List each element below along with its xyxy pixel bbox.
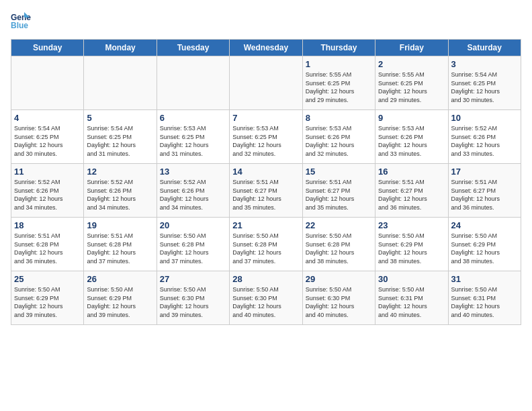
day-number: 1 <box>306 59 372 69</box>
day-number: 18 <box>14 220 81 230</box>
calendar-cell <box>84 56 157 110</box>
calendar-table: SundayMondayTuesdayWednesdayThursdayFrid… <box>11 39 521 325</box>
calendar-cell <box>157 56 229 110</box>
calendar-cell: 10Sunrise: 5:52 AM Sunset: 6:26 PM Dayli… <box>448 110 521 164</box>
calendar-cell: 7Sunrise: 5:53 AM Sunset: 6:25 PM Daylig… <box>230 110 302 164</box>
day-info: Sunrise: 5:55 AM Sunset: 6:25 PM Dayligh… <box>306 71 372 104</box>
calendar-cell <box>11 56 84 110</box>
weekday-header-wednesday: Wednesday <box>230 40 302 56</box>
day-info: Sunrise: 5:50 AM Sunset: 6:31 PM Dayligh… <box>451 285 518 319</box>
day-info: Sunrise: 5:55 AM Sunset: 6:25 PM Dayligh… <box>378 71 445 104</box>
svg-text:Blue: Blue <box>11 21 28 30</box>
day-info: Sunrise: 5:52 AM Sunset: 6:26 PM Dayligh… <box>14 178 81 212</box>
week-row-5: 25Sunrise: 5:50 AM Sunset: 6:29 PM Dayli… <box>11 271 521 325</box>
day-info: Sunrise: 5:50 AM Sunset: 6:30 PM Dayligh… <box>306 285 372 319</box>
day-number: 3 <box>451 59 518 69</box>
week-row-3: 11Sunrise: 5:52 AM Sunset: 6:26 PM Dayli… <box>11 164 521 218</box>
calendar-cell: 30Sunrise: 5:50 AM Sunset: 6:31 PM Dayli… <box>375 271 448 325</box>
day-number: 27 <box>160 274 226 284</box>
day-number: 30 <box>378 274 445 284</box>
calendar-cell: 8Sunrise: 5:53 AM Sunset: 6:26 PM Daylig… <box>302 110 375 164</box>
day-number: 28 <box>232 274 299 284</box>
logo-icon: General Blue <box>11 11 31 31</box>
week-row-1: 1Sunrise: 5:55 AM Sunset: 6:25 PM Daylig… <box>11 56 521 110</box>
calendar-cell: 24Sunrise: 5:50 AM Sunset: 6:29 PM Dayli… <box>448 218 521 271</box>
calendar-cell: 6Sunrise: 5:53 AM Sunset: 6:25 PM Daylig… <box>157 110 229 164</box>
calendar-cell: 20Sunrise: 5:50 AM Sunset: 6:28 PM Dayli… <box>157 218 229 271</box>
day-number: 23 <box>378 220 445 230</box>
day-number: 8 <box>306 113 372 123</box>
day-info: Sunrise: 5:53 AM Sunset: 6:26 PM Dayligh… <box>378 124 445 158</box>
day-info: Sunrise: 5:51 AM Sunset: 6:27 PM Dayligh… <box>451 178 518 212</box>
day-info: Sunrise: 5:51 AM Sunset: 6:28 PM Dayligh… <box>14 232 81 265</box>
day-info: Sunrise: 5:54 AM Sunset: 6:25 PM Dayligh… <box>14 124 81 158</box>
day-number: 22 <box>306 220 372 230</box>
calendar-cell: 28Sunrise: 5:50 AM Sunset: 6:30 PM Dayli… <box>230 271 302 325</box>
calendar-cell: 27Sunrise: 5:50 AM Sunset: 6:30 PM Dayli… <box>157 271 229 325</box>
day-info: Sunrise: 5:54 AM Sunset: 6:25 PM Dayligh… <box>87 124 153 158</box>
calendar-cell: 9Sunrise: 5:53 AM Sunset: 6:26 PM Daylig… <box>375 110 448 164</box>
day-number: 10 <box>451 113 518 123</box>
day-info: Sunrise: 5:50 AM Sunset: 6:29 PM Dayligh… <box>451 232 518 265</box>
logo: General Blue <box>11 11 34 31</box>
calendar-cell: 17Sunrise: 5:51 AM Sunset: 6:27 PM Dayli… <box>448 164 521 218</box>
day-number: 5 <box>87 113 153 123</box>
day-number: 6 <box>160 113 226 123</box>
calendar-cell: 22Sunrise: 5:50 AM Sunset: 6:28 PM Dayli… <box>302 218 375 271</box>
day-number: 11 <box>14 167 81 177</box>
day-number: 14 <box>232 167 299 177</box>
day-number: 20 <box>160 220 226 230</box>
calendar-cell: 18Sunrise: 5:51 AM Sunset: 6:28 PM Dayli… <box>11 218 84 271</box>
day-info: Sunrise: 5:53 AM Sunset: 6:26 PM Dayligh… <box>306 124 372 158</box>
calendar-cell: 29Sunrise: 5:50 AM Sunset: 6:30 PM Dayli… <box>302 271 375 325</box>
calendar-cell: 26Sunrise: 5:50 AM Sunset: 6:29 PM Dayli… <box>84 271 157 325</box>
calendar-cell: 23Sunrise: 5:50 AM Sunset: 6:29 PM Dayli… <box>375 218 448 271</box>
day-info: Sunrise: 5:51 AM Sunset: 6:28 PM Dayligh… <box>87 232 153 265</box>
day-info: Sunrise: 5:50 AM Sunset: 6:29 PM Dayligh… <box>87 285 153 319</box>
day-info: Sunrise: 5:50 AM Sunset: 6:30 PM Dayligh… <box>232 285 299 319</box>
calendar-cell: 21Sunrise: 5:50 AM Sunset: 6:28 PM Dayli… <box>230 218 302 271</box>
day-number: 21 <box>232 220 299 230</box>
day-number: 9 <box>378 113 445 123</box>
day-info: Sunrise: 5:51 AM Sunset: 6:27 PM Dayligh… <box>306 178 372 212</box>
day-number: 29 <box>306 274 372 284</box>
page-header: General Blue <box>11 11 521 31</box>
calendar-cell: 19Sunrise: 5:51 AM Sunset: 6:28 PM Dayli… <box>84 218 157 271</box>
day-number: 15 <box>306 167 372 177</box>
day-info: Sunrise: 5:54 AM Sunset: 6:25 PM Dayligh… <box>451 71 518 104</box>
day-info: Sunrise: 5:50 AM Sunset: 6:30 PM Dayligh… <box>160 285 226 319</box>
weekday-header-sunday: Sunday <box>11 40 84 56</box>
day-number: 26 <box>87 274 153 284</box>
weekday-header-tuesday: Tuesday <box>157 40 229 56</box>
calendar-cell: 16Sunrise: 5:51 AM Sunset: 6:27 PM Dayli… <box>375 164 448 218</box>
calendar-cell: 25Sunrise: 5:50 AM Sunset: 6:29 PM Dayli… <box>11 271 84 325</box>
calendar-cell: 13Sunrise: 5:52 AM Sunset: 6:26 PM Dayli… <box>157 164 229 218</box>
weekday-header-thursday: Thursday <box>302 40 375 56</box>
day-number: 2 <box>378 59 445 69</box>
calendar-cell: 15Sunrise: 5:51 AM Sunset: 6:27 PM Dayli… <box>302 164 375 218</box>
day-info: Sunrise: 5:50 AM Sunset: 6:29 PM Dayligh… <box>14 285 81 319</box>
calendar-cell: 4Sunrise: 5:54 AM Sunset: 6:25 PM Daylig… <box>11 110 84 164</box>
day-info: Sunrise: 5:50 AM Sunset: 6:31 PM Dayligh… <box>378 285 445 319</box>
calendar-cell: 12Sunrise: 5:52 AM Sunset: 6:26 PM Dayli… <box>84 164 157 218</box>
day-info: Sunrise: 5:51 AM Sunset: 6:27 PM Dayligh… <box>378 178 445 212</box>
calendar-cell: 11Sunrise: 5:52 AM Sunset: 6:26 PM Dayli… <box>11 164 84 218</box>
day-info: Sunrise: 5:52 AM Sunset: 6:26 PM Dayligh… <box>87 178 153 212</box>
day-info: Sunrise: 5:53 AM Sunset: 6:25 PM Dayligh… <box>160 124 226 158</box>
day-info: Sunrise: 5:50 AM Sunset: 6:28 PM Dayligh… <box>232 232 299 265</box>
day-number: 31 <box>451 274 518 284</box>
day-number: 13 <box>160 167 226 177</box>
day-number: 25 <box>14 274 81 284</box>
weekday-header-friday: Friday <box>375 40 448 56</box>
day-info: Sunrise: 5:50 AM Sunset: 6:29 PM Dayligh… <box>378 232 445 265</box>
calendar-cell <box>230 56 302 110</box>
day-number: 7 <box>232 113 299 123</box>
day-number: 4 <box>14 113 81 123</box>
week-row-2: 4Sunrise: 5:54 AM Sunset: 6:25 PM Daylig… <box>11 110 521 164</box>
day-info: Sunrise: 5:53 AM Sunset: 6:25 PM Dayligh… <box>232 124 299 158</box>
day-info: Sunrise: 5:52 AM Sunset: 6:26 PM Dayligh… <box>451 124 518 158</box>
weekday-header-monday: Monday <box>84 40 157 56</box>
day-info: Sunrise: 5:52 AM Sunset: 6:26 PM Dayligh… <box>160 178 226 212</box>
weekday-header-row: SundayMondayTuesdayWednesdayThursdayFrid… <box>11 40 521 56</box>
day-info: Sunrise: 5:50 AM Sunset: 6:28 PM Dayligh… <box>160 232 226 265</box>
